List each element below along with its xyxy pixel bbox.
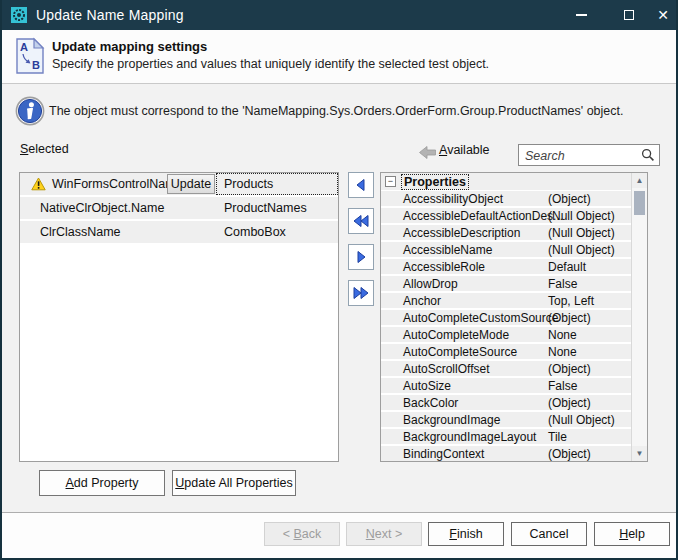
move-all-left-button[interactable] xyxy=(348,208,374,234)
property-name: AccessibleDefaultActionDes... xyxy=(403,209,563,223)
property-name: AutoCompleteCustomSource xyxy=(403,311,558,325)
available-label: Available xyxy=(439,143,490,157)
property-value[interactable]: ProductNames xyxy=(224,201,307,215)
window-title: Update Name Mapping xyxy=(36,7,184,23)
table-row[interactable]: NativeClrObject.Name ProductNames xyxy=(20,197,338,219)
move-right-button[interactable] xyxy=(348,244,374,270)
property-value[interactable]: Products xyxy=(224,177,273,191)
maximize-button[interactable] xyxy=(612,0,646,30)
page-title: Update mapping settings xyxy=(52,39,207,54)
update-button[interactable]: Update xyxy=(167,174,215,194)
double-left-arrow-icon xyxy=(352,213,370,229)
list-item[interactable]: AccessibilityObject(Object) xyxy=(381,191,632,206)
close-icon: ✕ xyxy=(657,7,669,23)
list-item[interactable]: BackgroundImage(Null Object) xyxy=(381,412,632,427)
double-right-arrow-icon xyxy=(352,285,370,301)
property-value: (Null Object) xyxy=(548,209,615,223)
property-value: (Object) xyxy=(548,192,591,206)
list-item[interactable]: BindingContext(Object) xyxy=(381,446,632,461)
property-name: NativeClrObject.Name xyxy=(40,201,164,215)
back-button: < Back xyxy=(264,522,340,546)
list-item[interactable]: AutoCompleteSourceNone xyxy=(381,344,632,359)
list-item[interactable]: AnchorTop, Left xyxy=(381,293,632,308)
property-name: Anchor xyxy=(403,294,441,308)
list-item[interactable]: AutoCompleteModeNone xyxy=(381,327,632,342)
property-name: ClrClassName xyxy=(40,225,121,239)
property-value: None xyxy=(548,345,577,359)
property-value: False xyxy=(548,379,577,393)
property-value: None xyxy=(548,328,577,342)
property-name: WinFormsControlName xyxy=(52,177,183,191)
search-input[interactable] xyxy=(523,146,639,166)
property-value: (Object) xyxy=(548,311,591,325)
right-arrow-icon xyxy=(353,249,369,265)
scrollbar-thumb[interactable] xyxy=(634,191,645,215)
cancel-button[interactable]: Cancel xyxy=(511,522,587,546)
property-name: BackgroundImageLayout xyxy=(403,430,536,444)
next-button: Next > xyxy=(346,522,422,546)
mapping-document-icon: A B xyxy=(15,36,45,80)
wizard-header: A B Update mapping settings Specify the … xyxy=(2,30,676,84)
list-item[interactable]: AccessibleName(Null Object) xyxy=(381,242,632,257)
list-item[interactable]: AutoScrollOffset(Object) xyxy=(381,361,632,376)
close-button[interactable]: ✕ xyxy=(646,0,678,30)
list-item[interactable]: AccessibleRoleDefault xyxy=(381,259,632,274)
table-row[interactable]: ClrClassName ComboBox xyxy=(20,221,338,243)
footer-bar: < Back Next > Finish Cancel Help xyxy=(2,512,676,558)
move-all-right-button[interactable] xyxy=(348,280,374,306)
property-value: (Null Object) xyxy=(548,413,615,427)
svg-text:B: B xyxy=(32,59,40,71)
minimize-icon xyxy=(576,14,587,16)
search-icon[interactable] xyxy=(641,148,655,166)
property-name: AccessibleDescription xyxy=(403,226,520,240)
property-name: AutoSize xyxy=(403,379,451,393)
move-left-button[interactable] xyxy=(348,172,374,198)
property-name: AllowDrop xyxy=(403,277,458,291)
available-properties-list: − Properties AccessibilityObject(Object)… xyxy=(380,172,648,462)
list-item[interactable]: AccessibleDescription(Null Object) xyxy=(381,225,632,240)
help-button[interactable]: Help xyxy=(594,522,670,546)
selected-label: Selected xyxy=(20,142,69,156)
page-subtitle: Specify the properties and values that u… xyxy=(52,57,489,71)
maximize-icon xyxy=(624,10,634,20)
list-item[interactable]: BackgroundImageLayoutTile xyxy=(381,429,632,444)
property-name: AccessibleName xyxy=(403,243,492,257)
property-value: (Null Object) xyxy=(548,226,615,240)
list-item[interactable]: AutoSizeFalse xyxy=(381,378,632,393)
finish-button[interactable]: Finish xyxy=(428,522,504,546)
add-property-button[interactable]: Add Property xyxy=(39,470,165,496)
left-arrow-icon xyxy=(353,177,369,193)
minimize-button[interactable] xyxy=(564,0,598,30)
list-item[interactable]: AllowDropFalse xyxy=(381,276,632,291)
property-value[interactable]: ComboBox xyxy=(224,225,286,239)
property-value: (Object) xyxy=(548,396,591,410)
property-name: AutoCompleteSource xyxy=(403,345,517,359)
property-value: Default xyxy=(548,260,586,274)
property-value: (Null Object) xyxy=(548,243,615,257)
group-title: Properties xyxy=(401,174,469,190)
vertical-scrollbar[interactable]: ▲ ▼ xyxy=(631,173,647,461)
property-name: AccessibleRole xyxy=(403,260,485,274)
scroll-up-icon[interactable]: ▲ xyxy=(632,173,647,188)
list-item[interactable]: AccessibleDefaultActionDes...(Null Objec… xyxy=(381,208,632,223)
property-name: BindingContext xyxy=(403,447,484,461)
list-item[interactable]: AutoCompleteCustomSource(Object) xyxy=(381,310,632,325)
collapse-icon[interactable]: − xyxy=(385,176,396,187)
update-name-mapping-dialog: Update Name Mapping ✕ A B Update mapping… xyxy=(0,0,678,560)
list-item[interactable]: BackColor(Object) xyxy=(381,395,632,410)
scroll-down-icon[interactable]: ▼ xyxy=(632,446,647,461)
property-value: (Object) xyxy=(548,447,591,461)
property-name: AutoScrollOffset xyxy=(403,362,489,376)
info-message: The object must correspond to the 'NameM… xyxy=(49,104,623,118)
property-name: AutoCompleteMode xyxy=(403,328,509,342)
selected-properties-table: WinFormsControlName Update Products Nati… xyxy=(19,172,339,462)
property-name: BackgroundImage xyxy=(403,413,500,427)
search-box xyxy=(518,144,660,166)
property-value: False xyxy=(548,277,577,291)
title-bar: Update Name Mapping ✕ xyxy=(2,0,676,30)
properties-group-header[interactable]: − Properties xyxy=(381,173,632,190)
table-row[interactable]: WinFormsControlName Update Products xyxy=(20,173,338,195)
property-name: AccessibilityObject xyxy=(403,192,503,206)
update-all-properties-button[interactable]: Update All Properties xyxy=(172,470,296,496)
app-icon xyxy=(11,7,27,23)
